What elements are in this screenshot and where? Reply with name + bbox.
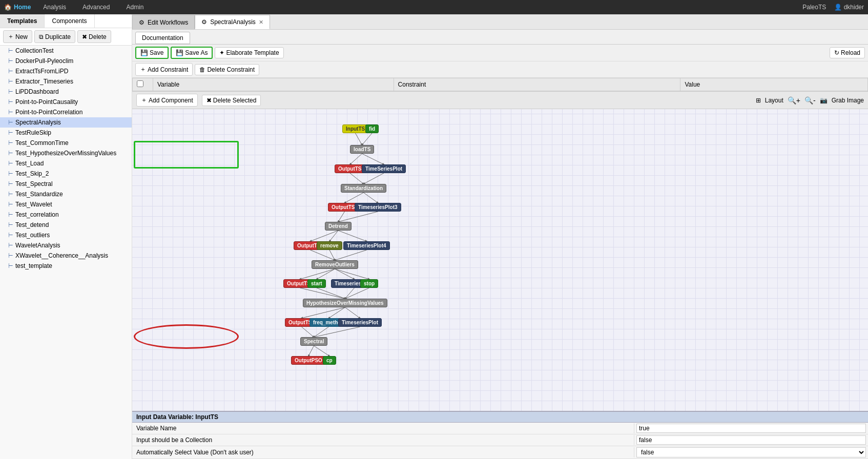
bottom-row-input-0[interactable] [636, 424, 866, 433]
bottom-row-value-1[interactable] [634, 434, 868, 446]
sidebar-item-test-outliers[interactable]: ⊢Test_outliers [0, 230, 132, 240]
node-TimeSeriesPlot5[interactable]: TimeseriesPlot [338, 318, 382, 327]
delete-button[interactable]: ✖ Delete [77, 30, 111, 43]
node-remove[interactable]: remove [317, 241, 342, 250]
doc-tab-row: Documentation [132, 30, 868, 45]
bottom-row-label-0: Variable Name [132, 423, 634, 433]
sidebar-item-test-skip-2[interactable]: ⊢Test_Skip_2 [0, 169, 132, 179]
delete-constraint-button[interactable]: 🗑 Delete Constraint [195, 64, 259, 75]
node-start[interactable]: start [307, 279, 326, 288]
canvas-toolbar: ＋ Add Component ✖ Delete Selected ⊞ Layo… [132, 92, 868, 109]
nav-analysis[interactable]: Analysis [39, 4, 70, 11]
node-RemoveOutliers[interactable]: RemoveOutliers [312, 260, 358, 269]
reload-button[interactable]: ↻ Reload [830, 47, 865, 58]
bottom-row-0: Variable Name [132, 423, 868, 434]
node-OutputPSO[interactable]: OutputPSO [291, 356, 326, 365]
file-icon: ⊢ [8, 130, 13, 136]
bottom-row-select-2[interactable]: falsetrue [636, 447, 866, 457]
sidebar-item-testruleskip[interactable]: ⊢TestRuleSkip [0, 128, 132, 138]
elaborate-template-button[interactable]: ✦ Elaborate Template [215, 47, 283, 58]
node-TimeSeriesPlot3[interactable]: TimeseriesPlot4 [343, 241, 390, 250]
select-all-checkbox[interactable] [137, 80, 143, 87]
delete-icon: ✖ [82, 33, 87, 40]
file-icon: ⊢ [8, 109, 13, 116]
sidebar-item-xwavelet--coherence--analysis[interactable]: ⊢XWavelet__Coherence__Analysis [0, 251, 132, 261]
sidebar-item-test-load[interactable]: ⊢Test_Load [0, 158, 132, 169]
sidebar-item-test-correlation[interactable]: ⊢Test_correlation [0, 210, 132, 220]
canvas-right-tools: ⊞ Layout 🔍+ 🔍- 📷 Grab Image [756, 96, 864, 105]
file-icon: ⊢ [8, 99, 13, 106]
sidebar-item-test-commontime[interactable]: ⊢Test_CommonTime [0, 138, 132, 148]
layout-label[interactable]: Layout [765, 97, 783, 104]
node-loadTS[interactable]: loadTS [350, 145, 374, 154]
file-icon: ⊢ [8, 242, 13, 249]
nav-advanced[interactable]: Advanced [78, 4, 114, 11]
node-Spectral[interactable]: Spectral [300, 337, 327, 346]
col-value: Value [680, 78, 868, 91]
file-icon: ⊢ [8, 140, 13, 147]
bottom-panel-rows: Variable NameInput should be a Collectio… [132, 423, 868, 459]
add-constraint-button[interactable]: ＋ Add Constraint [135, 63, 193, 76]
sidebar-item-collectiontest[interactable]: ⊢CollectionTest [0, 46, 132, 56]
sidebar-item-extractor-timeseries[interactable]: ⊢Extractor_Timeseries [0, 76, 132, 87]
zoom-out-icon[interactable]: 🔍- [804, 96, 816, 105]
grab-image-label[interactable]: Grab Image [832, 97, 864, 104]
constraint-table: Variable Constraint Value [132, 78, 868, 91]
sidebar-item-test-spectral[interactable]: ⊢Test_Spectral [0, 179, 132, 189]
tab-bar: ⚙ Edit Workflows ⚙ SpectralAnalysis ✕ [132, 14, 868, 30]
node-InputTS[interactable]: InputTS [342, 124, 368, 133]
file-icon: ⊢ [8, 48, 13, 54]
sidebar-item-point-to-pointcorrelation[interactable]: ⊢Point-to-PointCorrelation [0, 107, 132, 117]
toolbar-row1: 💾 Save 💾 Save As ✦ Elaborate Template ↻ … [132, 45, 868, 61]
node-cp[interactable]: cp [323, 356, 336, 365]
top-right: PaleoTS 👤 dkhider [802, 4, 864, 11]
bottom-row-value-0[interactable] [634, 423, 868, 434]
sidebar-item-lipddashboard[interactable]: ⊢LiPDDashboard [0, 87, 132, 97]
bottom-row-value-2[interactable]: falsetrue [634, 446, 868, 458]
nav-admin[interactable]: Admin [122, 4, 148, 11]
sidebar-item-test-template[interactable]: ⊢test_template [0, 261, 132, 271]
node-fid1[interactable]: fid [365, 124, 379, 133]
bottom-row-input-1[interactable] [636, 435, 866, 445]
save-as-button[interactable]: 💾 Save As [171, 47, 213, 59]
save-button[interactable]: 💾 Save [135, 47, 169, 59]
doc-tab[interactable]: Documentation [135, 32, 190, 44]
tab-edit-workflows[interactable]: ⚙ Edit Workflows [132, 15, 195, 29]
file-icon: ⊢ [8, 201, 13, 208]
sidebar-item-waveletanalysis[interactable]: ⊢WaveletAnalysis [0, 240, 132, 251]
file-icon: ⊢ [8, 212, 13, 218]
node-Standardization[interactable]: Standardization [341, 184, 386, 193]
file-icon: ⊢ [8, 171, 13, 177]
sidebar-item-test-hypothesizeovermissingvalues[interactable]: ⊢Test_HypothesizeOverMissingValues [0, 148, 132, 158]
node-Detrend[interactable]: Detrend [325, 222, 352, 231]
sidebar-item-spectralanalysis[interactable]: ⊢SpectralAnalysis [0, 117, 132, 128]
sidebar-item-test-standardize[interactable]: ⊢Test_Standardize [0, 189, 132, 199]
close-spectral-tab[interactable]: ✕ [259, 19, 263, 26]
node-TimeSeriesPlot2[interactable]: TimeseriesPlot3 [355, 203, 401, 212]
zoom-in-icon[interactable]: 🔍+ [788, 96, 800, 105]
left-sidebar: Templates Components ＋ New ⧉ Duplicate ✖… [0, 14, 132, 459]
sidebar-list: ⊢CollectionTest⊢DockerPull-Pyleoclim⊢Ext… [0, 46, 132, 459]
tab-components[interactable]: Components [45, 14, 94, 28]
node-OutputTS1[interactable]: OutputTS [335, 164, 365, 173]
home-link[interactable]: 🏠 Home [4, 4, 31, 11]
canvas-area[interactable]: InputTSfidloadTSOutputTSTimeSeriesPlotSt… [132, 109, 868, 411]
delete-selected-button[interactable]: ✖ Delete Selected [202, 95, 261, 106]
sidebar-item-test-wavelet[interactable]: ⊢Test_Wavelet [0, 199, 132, 210]
tab-templates[interactable]: Templates [0, 14, 45, 28]
node-HypothesizeOverMissingValues[interactable]: HypothesizeOverMissingValues [303, 299, 387, 307]
duplicate-button[interactable]: ⧉ Duplicate [34, 30, 75, 43]
sidebar-item-extracttsfromlipd[interactable]: ⊢ExtractTsFromLiPD [0, 66, 132, 76]
node-stop[interactable]: stop [360, 279, 378, 288]
add-component-button[interactable]: ＋ Add Component [136, 94, 198, 107]
tab-spectral-analysis[interactable]: ⚙ SpectralAnalysis ✕ [195, 15, 270, 29]
node-TimeSeriesPlot1[interactable]: TimeSeriesPlot [362, 164, 406, 173]
sidebar-item-point-to-pointcausality[interactable]: ⊢Point-to-PointCausality [0, 97, 132, 107]
col-variable: Variable [153, 78, 394, 91]
sidebar-item-test-detend[interactable]: ⊢Test_detend [0, 220, 132, 230]
sidebar-item-dockerpull-pyleoclim[interactable]: ⊢DockerPull-Pyleoclim [0, 56, 132, 66]
file-icon: ⊢ [8, 181, 13, 187]
new-button[interactable]: ＋ New [3, 30, 32, 43]
delete-constraint-icon: 🗑 [199, 66, 205, 73]
edit-workflows-icon: ⚙ [139, 19, 144, 26]
